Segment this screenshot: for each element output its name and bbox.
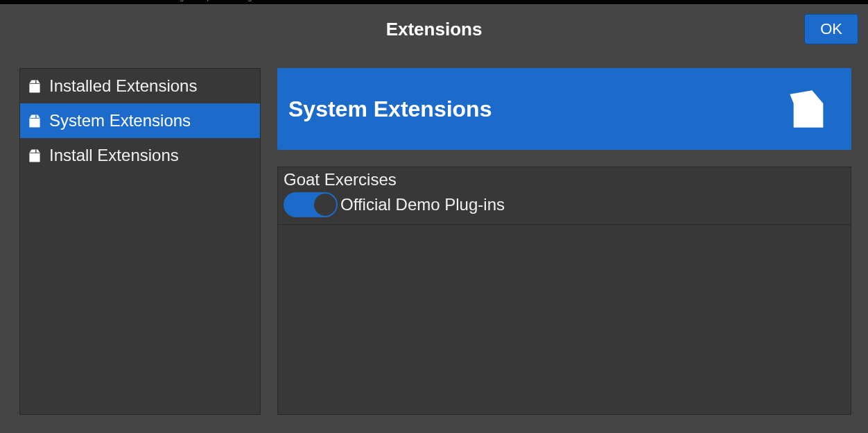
dialog-header: Extensions OK: [0, 4, 868, 54]
background-app-title: GIMP - The GNU Image Manipulation Progra…: [107, 0, 265, 1]
package-icon: [27, 113, 42, 128]
extension-description: Official Demo Plug-ins: [340, 195, 505, 214]
dialog-body: Installed Extensions System Extensions I…: [0, 54, 868, 433]
sidebar-item-install-extensions[interactable]: Install Extensions: [20, 138, 260, 173]
extension-name: Goat Exercises: [278, 167, 851, 191]
package-open-icon: [786, 87, 831, 131]
sidebar-item-label: Install Extensions: [49, 146, 179, 165]
sidebar: Installed Extensions System Extensions I…: [19, 68, 261, 415]
sidebar-item-system-extensions[interactable]: System Extensions: [20, 103, 260, 138]
extension-row: Official Demo Plug-ins: [278, 191, 851, 224]
extension-list: Goat Exercises Official Demo Plug-ins: [277, 167, 851, 415]
content-header: System Extensions: [277, 68, 851, 150]
package-icon: [27, 78, 42, 94]
extension-enable-toggle[interactable]: [284, 192, 338, 217]
extensions-dialog: Extensions OK Installed Extensions Syste…: [0, 4, 868, 433]
content-title: System Extensions: [288, 96, 492, 122]
sidebar-item-label: Installed Extensions: [49, 76, 197, 96]
ok-button[interactable]: OK: [804, 14, 858, 44]
toggle-knob: [314, 194, 336, 216]
sidebar-item-label: System Extensions: [49, 111, 191, 130]
sidebar-item-installed-extensions[interactable]: Installed Extensions: [20, 69, 260, 103]
dialog-title: Extensions: [386, 19, 483, 40]
package-icon: [27, 148, 42, 163]
content-area: System Extensions Goat Exercises Off: [277, 68, 851, 415]
extension-item: Goat Exercises Official Demo Plug-ins: [278, 167, 851, 225]
